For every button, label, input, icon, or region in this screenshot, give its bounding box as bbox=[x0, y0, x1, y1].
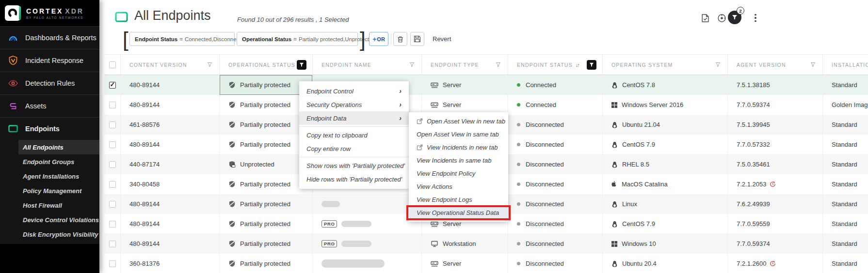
agent-version-cell[interactable]: 7.6.2.49939 bbox=[728, 194, 823, 214]
operating-system-cell[interactable]: RHEL 8.5 bbox=[603, 154, 728, 174]
row-checkbox[interactable] bbox=[109, 102, 116, 108]
row-checkbox[interactable] bbox=[109, 82, 116, 89]
content-version-cell[interactable]: 480-89144 bbox=[121, 214, 220, 234]
select-all-checkbox-cell[interactable] bbox=[104, 55, 121, 75]
sidebar-item-endpoints[interactable]: Endpoints bbox=[0, 118, 99, 140]
content-version-cell[interactable]: 480-89144 bbox=[121, 75, 220, 95]
table-row[interactable]: 360-81376Partially protectedServerDiscon… bbox=[104, 254, 868, 273]
context-menu-item[interactable]: Endpoint Control› bbox=[299, 84, 409, 98]
delete-filter-button[interactable] bbox=[393, 32, 407, 46]
installation-cell[interactable]: Standard bbox=[823, 154, 868, 174]
agent-version-cell[interactable]: 7.2.1.2600 bbox=[728, 254, 823, 273]
context-menu-item[interactable]: Copy text to clipboard bbox=[299, 128, 409, 142]
endpoint-status-cell[interactable]: Disconnected bbox=[508, 194, 603, 214]
content-version-cell[interactable]: 360-81376 bbox=[121, 254, 220, 273]
endpoint-status-cell[interactable]: Disconnected bbox=[508, 154, 603, 174]
row-checkbox-cell[interactable] bbox=[104, 174, 121, 194]
table-row[interactable]: 480-89144Partially protectedServerConnec… bbox=[104, 95, 868, 115]
agent-version-cell[interactable]: 7.5.1.39945 bbox=[728, 115, 823, 135]
row-checkbox[interactable] bbox=[109, 221, 116, 228]
operating-system-cell[interactable]: CentOS 7.8 bbox=[603, 75, 728, 95]
submenu-item[interactable]: View Incidents in new tab bbox=[409, 141, 508, 154]
content-version-cell[interactable]: 480-89144 bbox=[121, 95, 220, 115]
sidebar-item-device-control-violations[interactable]: Device Control Violations bbox=[18, 212, 99, 227]
content-version-cell[interactable]: 340-80458 bbox=[121, 174, 220, 194]
table-row[interactable]: 480-89144Partially protectedPROWorkstati… bbox=[104, 234, 868, 254]
context-menu-item[interactable]: Security Operations› bbox=[299, 98, 409, 111]
content-version-cell[interactable]: 480-89144 bbox=[121, 234, 220, 254]
sidebar-item-policy-management[interactable]: Policy Management bbox=[18, 183, 99, 198]
content-version-cell[interactable]: 480-89144 bbox=[121, 194, 220, 214]
context-menu-item[interactable]: Copy entire row bbox=[299, 142, 409, 155]
operating-system-cell[interactable]: Ubuntu 20.4 bbox=[603, 254, 728, 273]
operational-status-cell[interactable]: Partially protected bbox=[220, 234, 313, 254]
agent-version-cell[interactable]: 7.7.0.59559 bbox=[728, 214, 823, 234]
context-menu-item[interactable]: Hide rows with 'Partially protected' bbox=[299, 172, 409, 186]
installation-cell[interactable]: Golden Image bbox=[823, 95, 868, 115]
operational-status-cell[interactable]: Partially protected bbox=[220, 214, 313, 234]
endpoint-type-cell[interactable]: Server bbox=[422, 95, 508, 115]
row-checkbox-cell[interactable] bbox=[104, 154, 121, 174]
endpoint-status-cell[interactable]: Disconnected bbox=[508, 234, 603, 254]
operating-system-cell[interactable]: Windows 10 bbox=[603, 234, 728, 254]
submenu-item[interactable]: View Actions bbox=[409, 180, 508, 193]
sidebar-item-assets[interactable]: Assets bbox=[0, 95, 99, 117]
revert-button[interactable]: Revert bbox=[433, 35, 451, 43]
endpoint-status-cell[interactable]: Disconnected bbox=[508, 254, 603, 273]
brand-logo[interactable]: CORTEXXDR BY PALO ALTO NETWORKS bbox=[0, 0, 99, 26]
endpoint-status-cell[interactable]: Disconnected bbox=[508, 214, 603, 234]
column-header-endpoint-status[interactable]: ENDPOINT STATUS ↓↑ bbox=[508, 55, 603, 75]
endpoint-type-cell[interactable]: Server bbox=[422, 75, 508, 95]
agent-version-cell[interactable]: 7.7.0.59374 bbox=[728, 95, 823, 115]
content-version-cell[interactable]: 440-87174 bbox=[121, 154, 220, 174]
table-row[interactable]: 480-89144Partially protectedServerConnec… bbox=[104, 75, 868, 95]
report-export-button[interactable] bbox=[700, 13, 710, 23]
row-checkbox-cell[interactable] bbox=[104, 214, 121, 234]
endpoint-name-cell[interactable]: PRO bbox=[313, 214, 422, 234]
sidebar-item-all-endpoints[interactable]: All Endpoints bbox=[18, 140, 99, 154]
add-or-filter-button[interactable]: +OR bbox=[369, 32, 388, 46]
column-header-endpoint-name[interactable]: ENDPOINT NAME bbox=[313, 55, 422, 75]
sidebar-item-disk-encryption-visibility[interactable]: Disk Encryption Visibility bbox=[18, 227, 99, 242]
column-header-operating-system[interactable]: OPERATING SYSTEM bbox=[603, 55, 728, 75]
submenu-item[interactable]: Open Asset View in new tab bbox=[409, 115, 508, 128]
sort-icon[interactable]: ↓↑ bbox=[576, 62, 579, 68]
row-checkbox[interactable] bbox=[109, 260, 116, 267]
endpoint-status-cell[interactable]: Disconnected bbox=[508, 135, 603, 154]
content-version-cell[interactable]: 461-88576 bbox=[121, 115, 220, 135]
endpoint-status-cell[interactable]: Connected bbox=[508, 75, 603, 95]
sidebar-item-incident-response[interactable]: Incident Response bbox=[0, 49, 99, 72]
row-checkbox[interactable] bbox=[109, 201, 116, 208]
row-checkbox[interactable] bbox=[109, 161, 116, 168]
operating-system-cell[interactable]: CentOS 7.9 bbox=[603, 135, 728, 154]
submenu-item[interactable]: View Endpoint Logs bbox=[409, 193, 508, 206]
endpoint-name-cell[interactable] bbox=[313, 194, 422, 214]
content-version-cell[interactable]: 480-89144 bbox=[121, 135, 220, 154]
filter-funnel-icon[interactable] bbox=[810, 62, 816, 67]
installation-cell[interactable]: Standard bbox=[823, 115, 868, 135]
agent-version-cell[interactable]: 7.7.0.57332 bbox=[728, 135, 823, 154]
row-checkbox[interactable] bbox=[109, 241, 116, 247]
row-checkbox[interactable] bbox=[109, 141, 116, 148]
save-filter-button[interactable] bbox=[410, 32, 424, 46]
endpoint-type-cell[interactable]: Workstation bbox=[422, 234, 508, 254]
installation-cell[interactable]: Standard bbox=[823, 194, 868, 214]
operating-system-cell[interactable]: MacOS Catalina bbox=[603, 174, 728, 194]
agent-version-cell[interactable]: 7.7.0.59374 bbox=[728, 234, 823, 254]
filter-chip-operational-status[interactable]: Operational Status = Partially protected… bbox=[237, 32, 358, 46]
sidebar-item-host-firewall[interactable]: Host Firewall bbox=[18, 198, 99, 212]
installation-cell[interactable]: Standard bbox=[823, 254, 868, 273]
row-checkbox-cell[interactable] bbox=[104, 194, 121, 214]
filter-funnel-icon[interactable] bbox=[496, 62, 501, 67]
submenu-item[interactable]: Open Asset View in same tab bbox=[409, 128, 508, 141]
live-scan-icon[interactable] bbox=[716, 13, 727, 23]
context-menu-item[interactable]: Endpoint Data› bbox=[299, 111, 409, 125]
endpoint-name-cell[interactable] bbox=[313, 254, 422, 273]
endpoint-status-cell[interactable]: Connected bbox=[508, 95, 603, 115]
active-filter-funnel-icon[interactable] bbox=[587, 60, 596, 70]
row-checkbox-cell[interactable] bbox=[104, 135, 121, 154]
operating-system-cell[interactable]: Linux bbox=[603, 194, 728, 214]
operational-status-cell[interactable]: Partially protected bbox=[220, 194, 313, 214]
operating-system-cell[interactable]: CentOS 7.9 bbox=[603, 214, 728, 234]
installation-cell[interactable]: Standard bbox=[823, 214, 868, 234]
